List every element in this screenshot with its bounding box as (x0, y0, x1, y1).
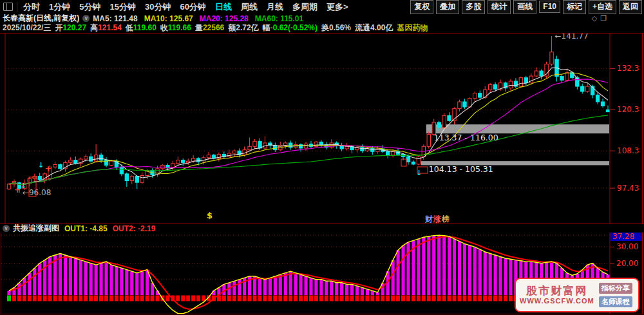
watermark-ad: 股市财富网 WWW.GSCFW.COM 指标分享 名师课程 (515, 278, 639, 312)
low-price-label: ←96.08 (23, 188, 51, 197)
ma-values: MA5: 121.48MA10: 125.67MA20: 125.28MA60:… (93, 14, 310, 23)
price-band (426, 124, 609, 133)
quote-field: 基因药物 (397, 23, 428, 33)
brand-mark: 财 (424, 215, 433, 224)
price-axis-label: 97.43 (617, 184, 639, 193)
ma-value: MA60: 115.01 (255, 14, 303, 23)
watermark-badge-1: 指标分享 (599, 283, 632, 294)
period-tab-更多>[interactable]: 更多> (327, 1, 348, 13)
period-tab-分时[interactable]: 分时 (23, 1, 40, 13)
indicator-axis-label: 20.00 (616, 259, 638, 268)
toolbar-button-统计[interactable]: 统计 (488, 0, 511, 14)
signal-down-arrow: ↓ (38, 161, 44, 169)
quote-info-row: 2025/10/22/三开120.27高121.54低119.60收119.66… (0, 23, 644, 33)
quote-field: 幅-0.62(-0.52%) (263, 23, 317, 33)
peak-price-label: ←141.77 (555, 33, 589, 41)
band-label: 113.37 - 116.00 (434, 133, 498, 142)
dollar-mark: $ (207, 211, 213, 220)
period-tab-1分钟[interactable]: 1分钟 (49, 1, 70, 13)
price-axis-label: 132.3 (617, 64, 639, 73)
quote-field: 高121.54 (90, 23, 122, 33)
band-label: 104.13 - 105.31 (429, 164, 493, 174)
period-tab-5分钟[interactable]: 5分钟 (79, 1, 100, 13)
watermark-left: 股市财富网 WWW.GSCFW.COM (520, 285, 594, 305)
price-axis-label: 108.3 (617, 146, 639, 155)
ma-value: MA10: 125.67 (144, 14, 193, 23)
out2-value: OUT2: -2.19 (113, 224, 156, 233)
watermark-badges: 指标分享 名师课程 (599, 283, 632, 307)
period-tabs: 分时1分钟5分钟15分钟30分钟60分钟日线周线月线多周期更多> (23, 1, 357, 13)
toolbar-buttons: 复权叠加多股统计画线F10标记+自选返回 (410, 0, 644, 14)
period-tab-60分钟[interactable]: 60分钟 (180, 1, 205, 13)
toolbar-button-+自选[interactable]: +自选 (589, 0, 616, 14)
brand-mark: 榜 (441, 215, 450, 224)
ma-value: MA20: 125.28 (200, 14, 249, 23)
toolbar-button-画线[interactable]: 画线 (513, 0, 536, 14)
toolbar-button-返回[interactable]: 返回 (619, 0, 642, 14)
signal-plus-mark: + (14, 186, 21, 195)
watermark-url: WWW.GSCFW.COM (520, 297, 594, 305)
toolbar-button-多股[interactable]: 多股 (462, 0, 485, 14)
quote-field: 收119.66 (160, 23, 191, 33)
diamond-icon[interactable]: ◇ (592, 14, 597, 23)
period-tab-多周期[interactable]: 多周期 (292, 1, 317, 13)
chevron-down-icon[interactable]: ∨ (3, 225, 10, 232)
top-toolbar: 分时1分钟5分钟15分钟30分钟60分钟日线周线月线多周期更多> 复权叠加多股统… (0, 0, 644, 14)
quote-field: 量22566 (195, 23, 224, 33)
brand-mark: 涨 (433, 215, 442, 224)
price-axis-label: 120.3 (617, 105, 639, 114)
layout-icon[interactable] (3, 3, 13, 11)
watermark-brand: 股市财富网 (526, 285, 587, 298)
toolbar-button-复权[interactable]: 复权 (410, 0, 433, 14)
period-tab-日线[interactable]: 日线 (215, 1, 232, 13)
ma-value: MA5: 121.48 (93, 14, 137, 23)
toolbar-button-叠加[interactable]: 叠加 (436, 0, 459, 14)
separator (17, 2, 17, 12)
window-icon[interactable]: ❐ (600, 14, 607, 23)
title-row: 长春高新(日线,前复权) ∨ MA5: 121.48MA10: 125.67MA… (0, 14, 644, 23)
quote-field: 2025/10/22/三 (3, 23, 51, 33)
quote-field: 换0.56% (321, 23, 351, 33)
quote-field: 开120.27 (55, 23, 86, 33)
period-tab-周线[interactable]: 周线 (241, 1, 258, 13)
period-tab-15分钟[interactable]: 15分钟 (109, 1, 135, 13)
signal-down-arrow: ↓ (21, 182, 26, 190)
corner-icons: ◇❐ (592, 14, 607, 23)
period-tab-30分钟[interactable]: 30分钟 (145, 1, 171, 13)
indicator-max-label: 37.28 (612, 233, 634, 241)
quote-field: 低119.60 (126, 23, 156, 33)
period-tab-月线[interactable]: 月线 (267, 1, 283, 13)
candlestick-chart[interactable]: 132.3120.3108.397.43113.37 - 116.00104.1… (0, 33, 644, 224)
chevron-down-icon[interactable]: ∨ (82, 15, 90, 22)
indicator-header: ∨ 共振追涨副图 OUT1: -4.85 OUT2: -2.19 (0, 224, 644, 233)
quote-field: 流通4.00亿 (355, 23, 393, 33)
candles-group (7, 36, 609, 193)
indicator-axis-label: 30.00 (616, 242, 638, 251)
watermark-badge-2: 名师课程 (599, 296, 632, 307)
toolbar-button-标记[interactable]: 标记 (563, 0, 586, 14)
out1-value: OUT1: -4.85 (64, 224, 108, 233)
quote-field: 额2.72亿 (228, 23, 258, 33)
signal-down-arrow: ↓ (405, 153, 411, 162)
signal-plus-mark: + (45, 164, 52, 173)
toolbar-button-F10[interactable]: F10 (539, 1, 560, 13)
